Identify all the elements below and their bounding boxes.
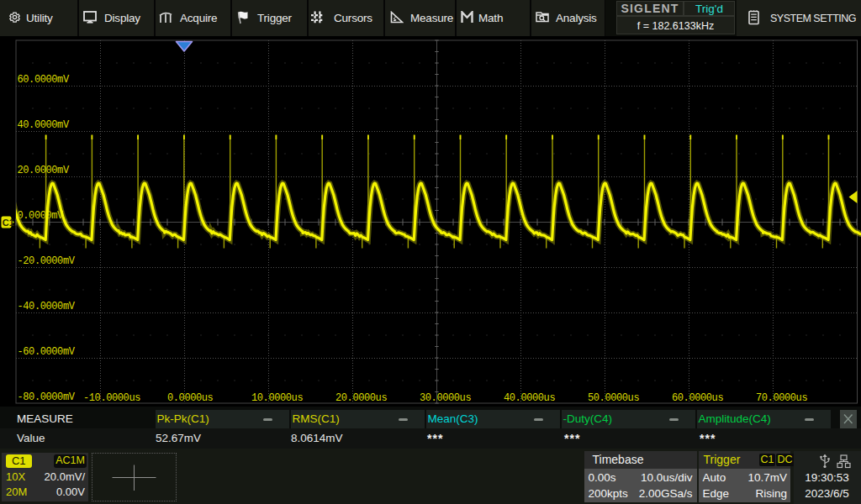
svg-text:60.0000us: 60.0000us: [672, 392, 723, 404]
svg-text:30.0000us: 30.0000us: [420, 392, 471, 404]
svg-text:-10.0000us: -10.0000us: [83, 392, 140, 404]
svg-text:40.0000mV: 40.0000mV: [18, 119, 70, 131]
svg-text:-60.0000mV: -60.0000mV: [18, 346, 76, 358]
svg-text:70.0000us: 70.0000us: [756, 392, 807, 404]
svg-text:10.0000us: 10.0000us: [251, 392, 303, 404]
svg-text:C1: C1: [3, 218, 14, 228]
svg-text:40.0000us: 40.0000us: [504, 392, 555, 404]
svg-text:0.0000us: 0.0000us: [167, 392, 214, 404]
svg-text:-40.0000mV: -40.0000mV: [18, 301, 76, 312]
svg-text:50.0000us: 50.0000us: [588, 392, 639, 404]
svg-text:60.0000mV: 60.0000mV: [18, 74, 70, 86]
svg-text:0.0000mV: 0.0000mV: [18, 210, 65, 222]
svg-text:-20.0000mV: -20.0000mV: [18, 255, 76, 267]
svg-text:20.0000us: 20.0000us: [335, 392, 387, 404]
svg-text:20.0000mV: 20.0000mV: [18, 165, 70, 176]
svg-text:-80.0000mV: -80.0000mV: [18, 391, 76, 403]
